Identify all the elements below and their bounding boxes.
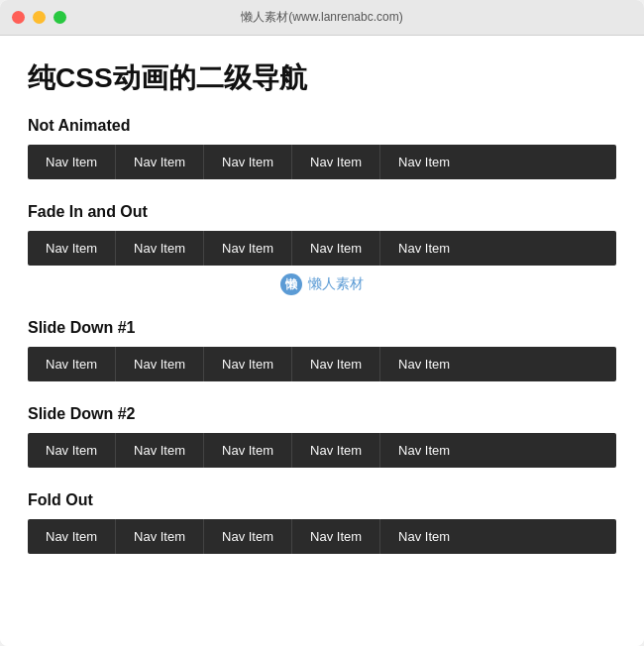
watermark-icon: 懒: [280, 273, 302, 295]
watermark-text: 懒人素材: [308, 275, 364, 293]
nav-item[interactable]: Nav Item: [28, 519, 116, 554]
window: 懒人素材(www.lanrenabc.com) 纯CSS动画的二级导航 Not …: [0, 0, 644, 646]
nav-item[interactable]: Nav Item: [380, 347, 468, 381]
titlebar: 懒人素材(www.lanrenabc.com): [0, 0, 644, 36]
nav-item[interactable]: Nav Item: [204, 347, 292, 381]
nav-bar-fold: Nav Item Nav Item Nav Item Nav Item Nav …: [28, 519, 616, 554]
nav-item[interactable]: Nav Item: [204, 231, 292, 266]
nav-item[interactable]: Nav Item: [116, 519, 204, 554]
nav-item[interactable]: Nav Item: [380, 145, 468, 179]
nav-item[interactable]: Nav Item: [116, 347, 204, 381]
nav-item[interactable]: Nav Item: [380, 433, 468, 468]
nav-item[interactable]: Nav Item: [292, 347, 380, 381]
nav-item[interactable]: Nav Item: [116, 433, 204, 468]
nav-item[interactable]: Nav Item: [204, 519, 292, 554]
nav-bar-slide2: Nav Item Nav Item Nav Item Nav Item Nav …: [28, 433, 616, 468]
section-title-not-animated: Not Animated: [28, 117, 616, 135]
section-slide-down-1: Slide Down #1 Nav Item Nav Item Nav Item…: [28, 319, 616, 381]
traffic-lights: [12, 11, 66, 24]
nav-item[interactable]: Nav Item: [380, 231, 468, 266]
nav-bar-not-animated: Nav Item Nav Item Nav Item Nav Item Nav …: [28, 145, 616, 179]
section-not-animated: Not Animated Nav Item Nav Item Nav Item …: [28, 117, 616, 179]
nav-item[interactable]: Nav Item: [292, 231, 380, 266]
nav-item[interactable]: Nav Item: [28, 433, 116, 468]
nav-item[interactable]: Nav Item: [292, 145, 380, 179]
titlebar-text: 懒人素材(www.lanrenabc.com): [241, 9, 402, 26]
close-button[interactable]: [12, 11, 25, 24]
nav-item[interactable]: Nav Item: [204, 433, 292, 468]
nav-bar-slide1: Nav Item Nav Item Nav Item Nav Item Nav …: [28, 347, 616, 381]
section-fade-in-out: Fade In and Out Nav Item Nav Item Nav It…: [28, 203, 616, 295]
nav-bar-fade: Nav Item Nav Item Nav Item Nav Item Nav …: [28, 231, 616, 266]
nav-item[interactable]: Nav Item: [28, 145, 116, 179]
nav-item[interactable]: Nav Item: [292, 519, 380, 554]
nav-item[interactable]: Nav Item: [28, 347, 116, 381]
content-area: 纯CSS动画的二级导航 Not Animated Nav Item Nav It…: [0, 36, 644, 646]
nav-item[interactable]: Nav Item: [28, 231, 116, 266]
nav-item[interactable]: Nav Item: [116, 231, 204, 266]
watermark: 懒 懒人素材: [28, 273, 616, 295]
nav-item[interactable]: Nav Item: [380, 519, 468, 554]
minimize-button[interactable]: [33, 11, 46, 24]
section-title-fade: Fade In and Out: [28, 203, 616, 221]
page-title: 纯CSS动画的二级导航: [28, 59, 616, 97]
nav-item[interactable]: Nav Item: [204, 145, 292, 179]
section-title-fold: Fold Out: [28, 491, 616, 509]
section-fold-out: Fold Out Nav Item Nav Item Nav Item Nav …: [28, 491, 616, 554]
section-slide-down-2: Slide Down #2 Nav Item Nav Item Nav Item…: [28, 405, 616, 468]
section-title-slide2: Slide Down #2: [28, 405, 616, 423]
section-title-slide1: Slide Down #1: [28, 319, 616, 337]
nav-item[interactable]: Nav Item: [292, 433, 380, 468]
maximize-button[interactable]: [54, 11, 66, 24]
nav-item[interactable]: Nav Item: [116, 145, 204, 179]
